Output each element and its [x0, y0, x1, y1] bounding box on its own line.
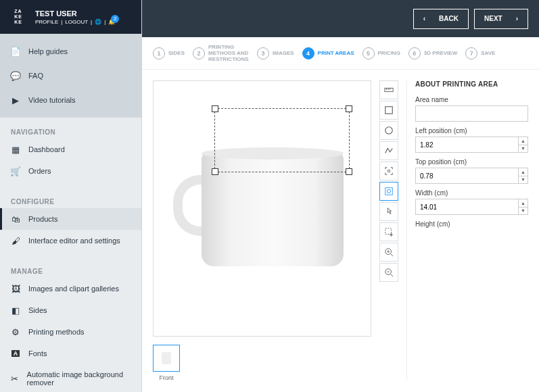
- tool-focus[interactable]: [379, 162, 398, 180]
- logo: ZA KE KE: [8, 7, 28, 27]
- image-icon: 🖼: [11, 284, 20, 293]
- tool-add-box[interactable]: [379, 222, 398, 241]
- tool-circle[interactable]: [379, 121, 398, 140]
- svg-rect-4: [385, 107, 393, 114]
- panel-title: ABOUT PRINTING AREA: [415, 80, 528, 88]
- notification-icon[interactable]: 🔔2: [108, 19, 115, 25]
- menu-fonts[interactable]: A Fonts: [0, 343, 141, 364]
- chevron-left-icon: ‹: [423, 15, 425, 22]
- question-icon: 💬: [11, 71, 20, 80]
- resize-handle-bl[interactable]: [212, 168, 218, 175]
- tool-target[interactable]: [379, 182, 398, 201]
- step-images[interactable]: 3IMAGES: [257, 47, 294, 59]
- resize-handle-br[interactable]: [346, 168, 352, 175]
- sides-icon: ◧: [11, 305, 20, 315]
- steps-bar: 1SIDES 2PRINTING METHODS AND RESTRICTION…: [142, 37, 539, 70]
- help-menu: 📄 Help guides 💬 FAQ ▶ Video tutorials: [0, 34, 141, 118]
- menu-orders[interactable]: 🛒 Orders: [0, 160, 141, 182]
- step-save[interactable]: 7SAVE: [465, 47, 495, 59]
- spin-up[interactable]: ▲: [518, 199, 528, 207]
- spin-down[interactable]: ▼: [518, 207, 528, 215]
- side-thumb-front[interactable]: Front: [153, 345, 180, 381]
- menu-item-label: Help guides: [28, 47, 68, 55]
- menu-bg-remover[interactable]: ✂ Automatic image background remover: [0, 364, 141, 392]
- file-icon: 📄: [11, 47, 20, 56]
- tool-zoom-in[interactable]: [379, 243, 398, 262]
- back-button[interactable]: ‹ BACK: [413, 9, 469, 29]
- sidebar: ZA KE KE TEST USER PROFILE | LOGOUT | 🌐 …: [0, 0, 142, 392]
- next-button[interactable]: NEXT ›: [474, 9, 528, 29]
- step-pricing[interactable]: 5PRICING: [362, 47, 400, 59]
- main: ‹ BACK NEXT › 1SIDES 2PRINTING METHODS A…: [142, 0, 539, 392]
- spin-down[interactable]: ▼: [518, 176, 528, 184]
- paint-icon: 🖌: [11, 236, 20, 245]
- basket-icon: 🛍: [11, 214, 20, 224]
- menu-item-label: Sides: [28, 306, 47, 314]
- print-area-selection[interactable]: [214, 108, 350, 172]
- profile-link[interactable]: PROFILE: [35, 19, 58, 25]
- menu-item-label: Interface editor and settings: [28, 237, 120, 245]
- menu-help-guides[interactable]: 📄 Help guides: [0, 39, 141, 64]
- top-input[interactable]: [415, 168, 528, 184]
- height-label: Height (cm): [415, 220, 528, 228]
- bg-remove-icon: ✂: [11, 374, 19, 383]
- dashboard-icon: ▦: [11, 145, 20, 154]
- svg-rect-7: [385, 188, 393, 195]
- logout-link[interactable]: LOGOUT: [65, 19, 88, 25]
- menu-item-label: Dashboard: [28, 145, 65, 153]
- left-input[interactable]: [415, 137, 528, 153]
- menu-printing-methods[interactable]: ⚙ Printing methods: [0, 321, 141, 343]
- menu-video-tutorials[interactable]: ▶ Video tutorials: [0, 88, 141, 112]
- video-icon: ▶: [11, 95, 20, 105]
- resize-handle-tl[interactable]: [212, 105, 218, 112]
- tool-ruler[interactable]: [379, 80, 398, 99]
- canvas[interactable]: [153, 80, 371, 337]
- menu-products[interactable]: 🛍 Products: [0, 208, 141, 230]
- svg-point-6: [388, 170, 390, 172]
- menu-item-label: Fonts: [28, 349, 47, 358]
- gear-icon: ⚙: [11, 327, 20, 337]
- properties-panel: ABOUT PRINTING AREA Area name Left posit…: [406, 80, 528, 381]
- width-label: Width (cm): [415, 189, 528, 197]
- menu-item-label: Orders: [28, 167, 51, 175]
- globe-icon[interactable]: 🌐: [95, 19, 101, 25]
- tool-pointer[interactable]: [379, 202, 398, 221]
- left-label: Left position (cm): [415, 127, 528, 134]
- width-input[interactable]: [415, 199, 528, 215]
- step-printing-methods[interactable]: 2PRINTING METHODS AND RESTRICTIONS: [193, 44, 249, 62]
- area-name-input[interactable]: [415, 105, 528, 122]
- cart-icon: 🛒: [11, 166, 20, 176]
- spin-up[interactable]: ▲: [518, 137, 528, 145]
- sidebar-header: ZA KE KE TEST USER PROFILE | LOGOUT | 🌐 …: [0, 0, 141, 34]
- section-heading: CONFIGURE: [0, 193, 141, 208]
- menu-item-label: Images and clipart galleries: [28, 285, 119, 293]
- topbar: ‹ BACK NEXT ›: [142, 0, 539, 37]
- tool-zoom-out[interactable]: [379, 263, 398, 282]
- svg-line-13: [391, 254, 394, 257]
- menu-item-label: Video tutorials: [28, 96, 76, 104]
- shape-toolbar: [379, 80, 398, 381]
- user-name: TEST USER: [35, 9, 133, 18]
- top-label: Top position (cm): [415, 158, 528, 166]
- svg-point-5: [385, 127, 393, 134]
- menu-interface-editor[interactable]: 🖌 Interface editor and settings: [0, 230, 141, 251]
- menu-item-label: Automatic image background remover: [27, 370, 131, 387]
- font-icon: A: [11, 349, 20, 358]
- menu-dashboard[interactable]: ▦ Dashboard: [0, 139, 141, 160]
- tool-rectangle[interactable]: [379, 101, 398, 120]
- section-heading: MANAGE: [0, 262, 141, 278]
- step-print-areas[interactable]: 4PRINT AREAS: [302, 47, 354, 59]
- spin-up[interactable]: ▲: [518, 168, 528, 176]
- menu-sides[interactable]: ◧ Sides: [0, 299, 141, 321]
- tool-polyline[interactable]: [379, 141, 398, 160]
- menu-faq[interactable]: 💬 FAQ: [0, 64, 141, 88]
- spin-down[interactable]: ▼: [518, 145, 528, 153]
- svg-line-17: [391, 274, 394, 277]
- svg-point-8: [387, 189, 390, 193]
- resize-handle-tr[interactable]: [346, 105, 352, 112]
- menu-images[interactable]: 🖼 Images and clipart galleries: [0, 278, 141, 299]
- step-3d-preview[interactable]: 63D PREVIEW: [408, 47, 457, 59]
- area-name-label: Area name: [415, 96, 528, 103]
- menu-item-label: Products: [28, 215, 57, 223]
- step-sides[interactable]: 1SIDES: [153, 47, 185, 59]
